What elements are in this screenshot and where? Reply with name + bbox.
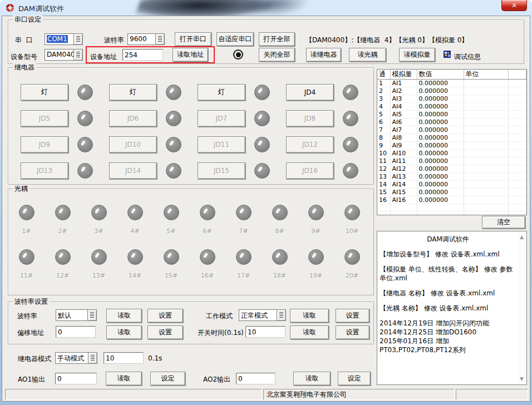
baud-combo[interactable]: 9600: [127, 33, 165, 45]
opto-label: 14#: [129, 272, 141, 279]
debug-info-icon: [444, 50, 452, 58]
relay-button[interactable]: 灯: [109, 84, 157, 101]
opto-cell: 14#: [117, 249, 153, 279]
relay-button[interactable]: JD12: [286, 136, 334, 153]
relay-cell: JD7: [193, 105, 282, 131]
ao1-input[interactable]: [55, 373, 97, 384]
table-row[interactable]: 4 AI4 0.000000: [377, 103, 526, 111]
offset-input[interactable]: [56, 326, 96, 338]
model-label: 设备型号: [11, 52, 37, 62]
relay-button[interactable]: JD8: [286, 110, 334, 127]
port-combo[interactable]: COM1: [45, 33, 83, 45]
relay-button[interactable]: JD11: [198, 136, 245, 153]
ao2-read-button[interactable]: 读取: [293, 372, 331, 386]
cell-extra: [508, 111, 526, 118]
statusbar-panel-left: [5, 389, 262, 400]
switch-time-input[interactable]: [245, 326, 285, 338]
table-header-cell[interactable]: 模拟量: [390, 70, 417, 80]
set-baud-button[interactable]: 设置: [147, 309, 183, 323]
address-input[interactable]: [122, 49, 163, 61]
work-mode-combo-drop-button[interactable]: [277, 310, 285, 320]
opto-cell: 17#: [225, 249, 262, 279]
table-row[interactable]: 9 AI9 0.000000: [377, 142, 526, 150]
set-offset-button[interactable]: 设置: [147, 325, 183, 339]
table-row[interactable]: 13 AI13 0.000000: [377, 173, 526, 181]
relay-button[interactable]: JD6: [109, 110, 157, 127]
titlebar-glass-reflection-2: [235, 0, 310, 16]
table-row[interactable]: 1 AI1 0.000000: [377, 80, 526, 87]
relay-button[interactable]: JD4: [286, 84, 334, 101]
table-row[interactable]: 12 AI12 0.000000: [377, 165, 526, 173]
log-scrollbar[interactable]: ▲ ▼: [518, 232, 526, 384]
open-all-button[interactable]: 打开全部: [259, 32, 295, 46]
ao2-set-button[interactable]: 设定: [338, 372, 371, 386]
combo-drop-icon: [91, 355, 95, 361]
table-row[interactable]: 15 AI15 0.000000: [377, 189, 526, 196]
opto-cell: 6#: [189, 205, 225, 235]
relay-button[interactable]: JD7: [198, 110, 245, 127]
close-button[interactable]: ✕: [501, 0, 527, 11]
read-workmode-button[interactable]: 读取: [290, 309, 329, 323]
ao1-label: AO1输出: [18, 375, 45, 384]
table-row[interactable]: 8 AI8 0.000000: [377, 134, 526, 142]
relay-time-input[interactable]: [104, 352, 144, 364]
log-paragraph: DAM调试软件: [380, 235, 516, 244]
read-address-button[interactable]: 读取地址: [173, 48, 208, 62]
ao1-set-button[interactable]: 设定: [150, 372, 185, 386]
read-opto-button[interactable]: 读光耦: [349, 48, 386, 62]
work-mode-combo[interactable]: 正常模式: [239, 309, 286, 321]
relay-button[interactable]: JD13: [21, 162, 68, 179]
table-row[interactable]: 2 AI2 0.000000: [377, 87, 526, 95]
baud-combo-drop-button[interactable]: [155, 34, 164, 45]
baud-rate-combo-drop-button[interactable]: [87, 310, 96, 320]
table-row[interactable]: 6 AI6 0.000000: [377, 118, 526, 126]
table-header-cell[interactable]: 单位: [464, 70, 508, 80]
read-analog-button[interactable]: 读模拟量: [399, 48, 435, 62]
adaptive-port-button[interactable]: 自适应串口: [216, 32, 254, 46]
ao1-read-button[interactable]: 读取: [106, 372, 142, 386]
relay-button[interactable]: JD16: [286, 162, 334, 179]
opto-label: 19#: [309, 272, 322, 279]
set-workmode-button[interactable]: 设置: [336, 309, 370, 323]
model-combo[interactable]: DAM0400: [45, 49, 83, 61]
table-header-cell[interactable]: 通: [377, 70, 390, 80]
table-header-cell[interactable]: [508, 70, 526, 80]
table-row[interactable]: [377, 204, 526, 211]
read-relay-button[interactable]: 读继电器: [306, 48, 341, 62]
relay-cell: JD9: [16, 131, 105, 157]
relay-button[interactable]: JD15: [198, 162, 245, 179]
relay-button[interactable]: 灯: [198, 84, 245, 101]
relay-mode-combo-drop-button[interactable]: [88, 353, 97, 363]
set-switchtime-button[interactable]: 设置: [336, 325, 370, 339]
relay-button[interactable]: JD9: [21, 136, 68, 153]
read-baud-button[interactable]: 读取: [106, 309, 142, 323]
clear-button[interactable]: 清空: [482, 216, 525, 229]
relay-button[interactable]: 灯: [21, 84, 68, 101]
relay-button[interactable]: JD14: [109, 162, 157, 179]
read-switchtime-button[interactable]: 读取: [290, 325, 329, 339]
table-row[interactable]: 11 AI11 0.000000: [377, 157, 526, 165]
baud-rate-combo[interactable]: 默认: [56, 309, 97, 321]
port-combo-drop-button[interactable]: [73, 34, 82, 45]
table-row[interactable]: 3 AI3 0.000000: [377, 95, 526, 103]
table-row[interactable]: 5 AI5 0.000000: [377, 111, 526, 118]
table-row[interactable]: [377, 211, 526, 216]
table-header-cell[interactable]: 数值: [417, 70, 464, 80]
relay-mode-combo[interactable]: 手动模式: [55, 352, 97, 364]
opto-led: [127, 249, 143, 265]
scroll-down-icon[interactable]: ▼: [518, 375, 526, 383]
table-row[interactable]: 16 AI16 0.000000: [377, 196, 526, 204]
debug-info-label[interactable]: 调试信息: [454, 52, 481, 62]
model-combo-drop-button[interactable]: [73, 50, 82, 60]
open-port-button[interactable]: 打开串口: [175, 32, 211, 46]
close-all-button[interactable]: 关闭全部: [259, 48, 295, 62]
ao2-input[interactable]: [236, 373, 275, 384]
scroll-up-icon[interactable]: ▲: [518, 233, 526, 241]
relay-button[interactable]: JD10: [109, 136, 157, 153]
read-offset-button[interactable]: 读取: [106, 325, 142, 339]
relay-button[interactable]: JD5: [21, 110, 68, 127]
table-row[interactable]: 10 AI10 0.000000: [377, 150, 526, 157]
table-row[interactable]: 7 AI7 0.000000: [377, 126, 526, 134]
opto-led: [91, 205, 107, 220]
table-row[interactable]: 14 AI14 0.000000: [377, 181, 526, 189]
